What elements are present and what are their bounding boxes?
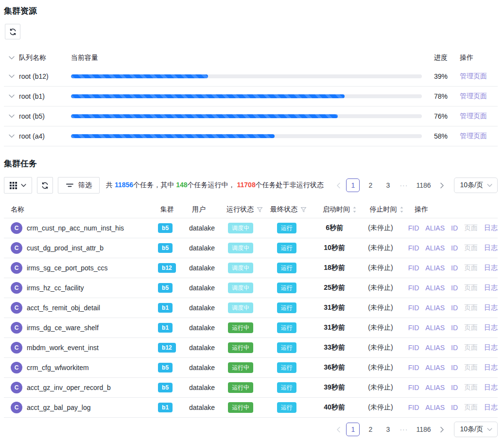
page-link: 页面: [464, 244, 478, 252]
id-link[interactable]: ID: [451, 264, 458, 272]
log-link[interactable]: 日志: [484, 343, 498, 352]
id-link[interactable]: ID: [451, 244, 458, 252]
log-link[interactable]: 日志: [484, 284, 498, 292]
log-link[interactable]: 日志: [484, 244, 498, 252]
alias-link[interactable]: ALIAS: [425, 404, 445, 411]
capacity-progressbar: [71, 134, 422, 138]
alias-link[interactable]: ALIAS: [425, 264, 445, 272]
alias-link[interactable]: ALIAS: [425, 304, 445, 312]
pagination-prev-button[interactable]: [332, 423, 344, 436]
page-size-select[interactable]: 10条/页: [454, 422, 498, 437]
pagination-page-2[interactable]: 2: [364, 423, 377, 436]
alias-link[interactable]: ALIAS: [425, 284, 445, 292]
task-row: C irms_hz_cc_facility b5 datalake 调度中 运行…: [4, 278, 498, 298]
cluster-badge: b5: [158, 223, 173, 233]
expand-queue-icon[interactable]: [9, 114, 15, 118]
cluster-badge: b5: [158, 383, 173, 392]
task-start-time: 18秒前: [324, 264, 345, 272]
manage-page-link[interactable]: 管理页面: [460, 132, 487, 140]
fid-link[interactable]: FID: [408, 284, 419, 292]
run-status-badge: 运行中: [228, 362, 253, 373]
alias-link[interactable]: ALIAS: [425, 244, 445, 252]
task-stop-time: (未停止): [368, 403, 393, 412]
id-link[interactable]: ID: [451, 224, 458, 232]
alias-link[interactable]: ALIAS: [425, 384, 445, 391]
fid-link[interactable]: FID: [408, 384, 419, 391]
task-name: crm_cfg_wfworkitem: [27, 364, 89, 372]
manage-page-link[interactable]: 管理页面: [460, 72, 487, 80]
page-link: 页面: [464, 403, 478, 412]
alias-link[interactable]: ALIAS: [425, 324, 445, 332]
fid-link[interactable]: FID: [408, 324, 419, 332]
manage-page-link[interactable]: 管理页面: [460, 112, 487, 120]
tasks-refresh-button[interactable]: [37, 177, 53, 194]
pagination-page-1[interactable]: 1: [346, 423, 360, 436]
page-size-select[interactable]: 10条/页: [454, 177, 498, 193]
fid-link[interactable]: FID: [408, 364, 419, 372]
expand-queue-icon[interactable]: [9, 134, 15, 138]
log-link[interactable]: 日志: [484, 224, 498, 232]
alias-link[interactable]: ALIAS: [425, 224, 445, 232]
expand-queue-icon[interactable]: [9, 74, 15, 78]
id-link[interactable]: ID: [451, 304, 458, 312]
run-status-filter-icon[interactable]: [257, 207, 263, 213]
fid-link[interactable]: FID: [408, 404, 419, 411]
id-link[interactable]: ID: [451, 284, 458, 292]
fid-link[interactable]: FID: [408, 224, 419, 232]
expand-queue-icon[interactable]: [9, 94, 15, 98]
final-status-badge: 运行: [277, 302, 296, 313]
pagination-next-button[interactable]: [436, 178, 448, 192]
manage-page-link[interactable]: 管理页面: [460, 92, 487, 100]
filter-button[interactable]: 筛选: [58, 177, 100, 194]
pagination-page-1[interactable]: 1: [346, 178, 360, 192]
column-settings-button[interactable]: [4, 177, 32, 194]
resources-refresh-button[interactable]: [5, 24, 20, 39]
alias-link[interactable]: ALIAS: [425, 364, 445, 372]
log-link[interactable]: 日志: [484, 403, 498, 412]
log-link[interactable]: 日志: [484, 303, 498, 312]
tasks-table-header: 名称 集群 用户 运行状态 最终状态 启动时间: [4, 201, 498, 218]
log-link[interactable]: 日志: [484, 383, 498, 392]
pagination-ellipsis[interactable]: ···: [400, 425, 408, 433]
fid-link[interactable]: FID: [408, 264, 419, 272]
start-time-sorter-icon[interactable]: [352, 206, 357, 213]
pagination-page-1186[interactable]: 1186: [413, 178, 434, 192]
pagination-next-button[interactable]: [436, 423, 448, 436]
log-link[interactable]: 日志: [484, 363, 498, 372]
task-stop-time: (未停止): [368, 383, 393, 392]
resource-row: root (b12) 39% 管理页面: [4, 67, 498, 87]
pagination-page-3[interactable]: 3: [381, 178, 395, 192]
final-status-filter-icon[interactable]: [300, 207, 307, 213]
filter-button-label: 筛选: [78, 181, 92, 190]
id-link[interactable]: ID: [451, 404, 458, 411]
non-running-task-count: 11708: [237, 181, 256, 189]
page-link: 页面: [464, 363, 478, 372]
fid-link[interactable]: FID: [408, 344, 419, 352]
pagination-page-3[interactable]: 3: [381, 423, 395, 436]
alias-link[interactable]: ALIAS: [425, 344, 445, 352]
pagination-page-2[interactable]: 2: [364, 178, 377, 192]
cluster-badge: b12: [158, 343, 176, 353]
pagination-prev-button[interactable]: [332, 178, 344, 192]
pagination-ellipsis[interactable]: ···: [400, 181, 408, 189]
collapse-all-icon[interactable]: [9, 56, 15, 60]
running-task-count: 148: [176, 181, 187, 189]
id-link[interactable]: ID: [451, 364, 458, 372]
refresh-icon: [41, 181, 49, 190]
id-link[interactable]: ID: [451, 384, 458, 391]
fid-link[interactable]: FID: [408, 304, 419, 312]
id-link[interactable]: ID: [451, 324, 458, 332]
stop-time-sorter-icon[interactable]: [400, 206, 404, 213]
id-link[interactable]: ID: [451, 344, 458, 352]
fid-link[interactable]: FID: [408, 244, 419, 252]
log-link[interactable]: 日志: [484, 323, 498, 332]
column-resource-action: 操作: [456, 53, 498, 62]
page-link: 页面: [464, 284, 478, 292]
log-link[interactable]: 日志: [484, 264, 498, 272]
run-status-badge: 调度中: [228, 243, 253, 253]
tasks-summary: 共11856个任务，其中148个任务运行中，11708个任务处于非运行状态: [106, 181, 324, 190]
pagination-page-1186[interactable]: 1186: [413, 423, 434, 436]
task-avatar: C: [11, 282, 22, 294]
cluster-badge: b1: [158, 403, 173, 412]
capacity-progressbar: [71, 114, 422, 118]
